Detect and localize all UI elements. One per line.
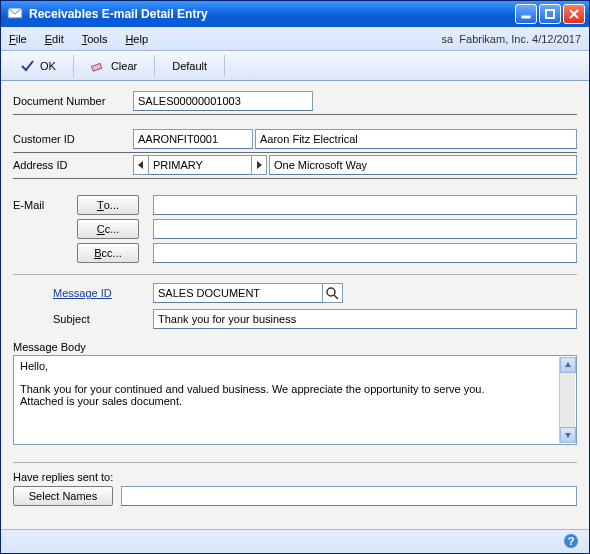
status-company: Fabrikam, Inc. (459, 33, 529, 45)
doc-number-label: Document Number (13, 95, 133, 107)
message-body-line1: Hello, (20, 360, 558, 372)
menu-help[interactable]: Help (125, 33, 148, 45)
to-field[interactable] (153, 195, 577, 215)
row-subject: Subject (13, 309, 577, 329)
form-content: Document Number Customer ID Address ID E… (1, 81, 589, 529)
divider (13, 455, 577, 463)
app-icon (7, 6, 23, 22)
scroll-down-button[interactable] (560, 427, 576, 443)
message-body-textarea[interactable]: Hello, Thank you for your continued and … (13, 355, 577, 445)
status-text: sa Fabrikam, Inc. 4/12/2017 (442, 33, 581, 45)
toolbar: OK Clear Default (1, 51, 589, 81)
menu-edit[interactable]: Edit (45, 33, 64, 45)
customer-name-field[interactable] (255, 129, 577, 149)
subject-label: Subject (53, 313, 153, 325)
status-user: sa (442, 33, 454, 45)
svg-rect-2 (546, 10, 554, 18)
menu-tools[interactable]: Tools (82, 33, 108, 45)
divider (13, 267, 577, 275)
help-icon: ? (563, 533, 579, 549)
clear-button[interactable]: Clear (80, 56, 148, 76)
row-email-bcc: Bcc... (13, 243, 577, 263)
scroll-up-button[interactable] (560, 357, 576, 373)
eraser-icon (91, 59, 105, 73)
triangle-left-icon (137, 161, 145, 169)
ok-label: OK (40, 60, 56, 72)
row-email-cc: Cc... (13, 219, 577, 239)
default-label: Default (172, 60, 207, 72)
toolbar-separator (224, 55, 225, 77)
replies-field[interactable] (121, 486, 577, 506)
scrollbar[interactable] (559, 357, 575, 443)
message-body-line3: Attached is your sales document. (20, 395, 558, 407)
svg-rect-1 (522, 16, 530, 18)
address-line-field[interactable] (269, 155, 577, 175)
svg-text:?: ? (568, 535, 575, 547)
svg-rect-3 (91, 63, 101, 71)
toolbar-separator (73, 55, 74, 77)
message-body-label: Message Body (13, 341, 577, 353)
row-message-id: Message ID (13, 283, 577, 303)
address-prev-button[interactable] (133, 155, 149, 175)
bcc-field[interactable] (153, 243, 577, 263)
replies-section: Have replies sent to: Select Names (13, 471, 577, 506)
menubar: File Edit Tools Help sa Fabrikam, Inc. 4… (1, 27, 589, 51)
address-id-field[interactable] (149, 155, 251, 175)
row-customer-id: Customer ID (13, 129, 577, 153)
bcc-button[interactable]: Bcc... (77, 243, 139, 263)
triangle-up-icon (564, 361, 572, 369)
checkmark-icon (20, 59, 34, 73)
clear-label: Clear (111, 60, 137, 72)
doc-number-field[interactable] (133, 91, 313, 111)
message-body-section: Message Body Hello, Thank you for your c… (13, 341, 577, 445)
ok-button[interactable]: OK (9, 56, 67, 76)
svg-point-4 (327, 288, 335, 296)
row-doc-number: Document Number (13, 91, 577, 115)
customer-id-label: Customer ID (13, 133, 133, 145)
address-id-label: Address ID (13, 159, 133, 171)
message-id-label[interactable]: Message ID (53, 287, 153, 299)
replies-label: Have replies sent to: (13, 471, 577, 483)
triangle-down-icon (564, 431, 572, 439)
window: Receivables E-mail Detail Entry File Edi… (0, 0, 590, 554)
magnifier-icon (326, 287, 339, 300)
titlebar: Receivables E-mail Detail Entry (1, 1, 589, 27)
email-label: E-Mail (13, 199, 44, 211)
triangle-right-icon (255, 161, 263, 169)
window-title: Receivables E-mail Detail Entry (29, 7, 513, 21)
message-id-field[interactable] (153, 283, 323, 303)
menu-file[interactable]: File (9, 33, 27, 45)
maximize-button[interactable] (539, 4, 561, 24)
toolbar-separator (154, 55, 155, 77)
minimize-button[interactable] (515, 4, 537, 24)
default-button[interactable]: Default (161, 57, 218, 75)
status-date: 4/12/2017 (532, 33, 581, 45)
customer-id-field[interactable] (133, 129, 253, 149)
select-names-label: Select Names (29, 490, 97, 502)
statusbar: ? (1, 529, 589, 553)
select-names-button[interactable]: Select Names (13, 486, 113, 506)
row-address-id: Address ID (13, 155, 577, 179)
subject-field[interactable] (153, 309, 577, 329)
cc-field[interactable] (153, 219, 577, 239)
message-id-lookup-button[interactable] (323, 283, 343, 303)
message-body-line2: Thank you for your continued and valued … (20, 383, 558, 395)
help-button[interactable]: ? (563, 533, 579, 551)
address-next-button[interactable] (251, 155, 267, 175)
row-email-to: E-Mail To... (13, 195, 577, 215)
cc-button[interactable]: Cc... (77, 219, 139, 239)
close-button[interactable] (563, 4, 585, 24)
to-button[interactable]: To... (77, 195, 139, 215)
menu-file-rest: ile (16, 33, 27, 45)
svg-line-5 (334, 295, 338, 299)
